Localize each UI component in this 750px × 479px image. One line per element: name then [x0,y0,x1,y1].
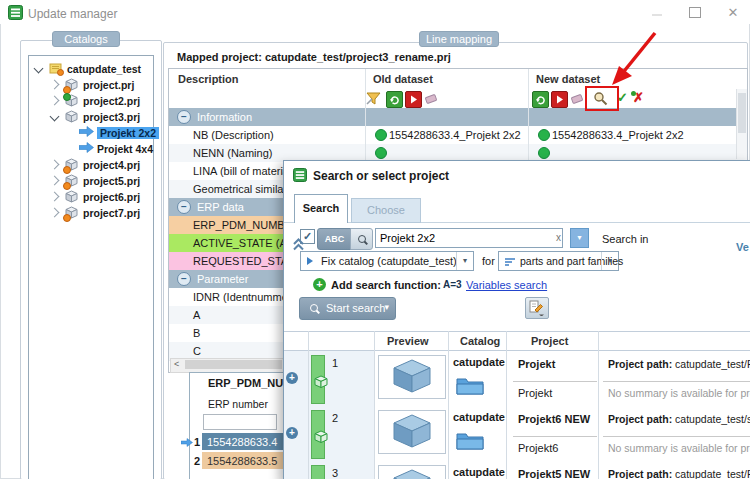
green-cube-icon [314,430,328,443]
tree-item-label[interactable]: project7.prj [83,207,140,219]
result-row-3[interactable]: + 3 catupdate Projekt5 NEW Project path:… [284,461,750,479]
blue-arrow-icon [79,126,94,139]
collapse-minus-icon[interactable]: − [177,110,191,124]
expand-plus-icon[interactable]: + [286,372,298,384]
erp-row-1[interactable]: 1 1554288633.4 [180,433,284,450]
pattern-search-toggle[interactable] [350,228,373,250]
collapse-minus-icon[interactable]: − [177,200,191,214]
tree-item-catupdate-test[interactable]: catupdate_test [29,61,151,77]
tree-item-project5-prj[interactable]: project5.prj [29,173,151,189]
tree-item-label[interactable]: project6.prj [83,191,140,203]
tab-choose[interactable]: Choose [351,198,421,223]
project-cube-icon [65,94,78,109]
maximize-icon[interactable] [689,7,701,18]
erp-row-num: 1 [194,436,200,448]
search-input[interactable] [375,228,563,248]
erp-row-value: 1554288633.4 [207,436,277,448]
search-scope-dropdown[interactable]: parts and part families ▾ [498,251,619,271]
chevron-right-icon[interactable] [50,192,60,202]
chevron-down-icon[interactable]: ▾ [456,252,473,270]
start-search-button[interactable]: Start search ▾ [299,297,396,320]
tree-item-project2-prj[interactable]: project2.prj [29,93,151,109]
eraser-new-icon[interactable] [570,91,585,108]
tree-item-label[interactable]: project4.prj [83,159,140,171]
column-new-dataset[interactable]: New dataset [536,73,600,85]
close-icon[interactable]: ✕ [725,5,741,20]
eraser-old-icon[interactable] [424,91,439,108]
mapping-row-nb[interactable]: NB (Description) 1554288633.4_Projekt 2x… [169,126,747,145]
document-edit-icon [529,300,545,316]
tree-item-label[interactable]: project.prj [83,79,134,91]
chevron-right-icon[interactable] [50,80,60,90]
tree-item-project3-prj[interactable]: project3.prj [29,109,151,125]
tree-item-projekt-4x4[interactable]: Projekt 4x4 [29,141,151,157]
erp-column-header[interactable]: ERP_PDM_NUM [208,377,292,389]
tree-item-label[interactable]: Projekt 4x4 [97,143,153,155]
tree-item-label[interactable]: project5.prj [83,175,140,187]
results-column-catalog[interactable]: Catalog [460,335,500,347]
search-history-dropdown-icon[interactable]: ▼ [570,228,589,248]
erp-row-2[interactable]: 2 1554288633.5 [180,452,284,469]
result-num: 1 [332,357,338,369]
play-old-icon[interactable] [405,91,422,108]
erp-filter-input[interactable] [203,414,277,430]
tree-item-label[interactable]: project3.prj [83,111,140,123]
play-new-icon[interactable] [551,91,568,108]
result-num: 2 [332,412,338,424]
column-divider [448,331,449,479]
tree-item-label[interactable]: project2.prj [83,95,140,107]
preview-thumbnail[interactable] [378,465,446,479]
preview-thumbnail[interactable] [378,355,446,399]
collapse-minus-icon[interactable]: − [177,272,191,286]
tree-item-project-prj[interactable]: project.prj [29,77,151,93]
vertical-scrollbar[interactable] [736,89,747,159]
chevron-right-icon[interactable] [50,160,60,170]
tree-item-label[interactable]: catupdate_test [67,63,141,75]
horizontal-scrollbar[interactable]: < [170,358,285,373]
version-link[interactable]: Ve [736,241,749,253]
scrollbar-thumb[interactable] [185,360,282,369]
clear-search-icon[interactable]: x [556,232,561,243]
erp-row-num: 2 [194,455,200,467]
tree-item-project6-prj[interactable]: project6.prj [29,189,151,205]
tree-item-label-selected[interactable]: Projekt 2x2 [97,127,159,139]
column-divider [506,331,507,479]
column-description[interactable]: Description [178,73,239,85]
results-column-preview[interactable]: Preview [387,335,429,347]
variables-badge-icon: A=3 [443,279,462,290]
magnifier-icon [358,235,366,243]
erp-number-table: ERP_PDM_NUM ERP number 1 1554288633.4 2 … [180,372,284,479]
expand-plus-icon[interactable]: + [286,427,298,439]
result-row-2[interactable]: + 2 catupdate Projekt6 NEW Projekt6 Proj… [284,406,750,462]
filter-icon[interactable] [366,91,381,108]
column-old-dataset[interactable]: Old dataset [373,73,433,85]
chevron-right-icon[interactable] [50,176,60,186]
preview-thumbnail[interactable] [378,410,446,454]
scrollbar-thumb[interactable] [738,93,746,133]
chevron-right-icon[interactable] [50,208,60,218]
tree-item-projekt-2x2[interactable]: Projekt 2x2 [29,125,151,141]
search-settings-button[interactable] [525,297,549,319]
chevron-right-icon[interactable] [50,96,60,106]
chevron-down-icon[interactable] [34,64,44,74]
catalog-scope-dropdown[interactable]: Fix catalog (catupdate_test) ▾ [300,251,474,271]
chevron-down-icon[interactable] [50,112,60,122]
minimize-icon[interactable] [652,14,662,16]
results-column-project[interactable]: Project [531,335,568,347]
tab-search[interactable]: Search [294,194,348,223]
chevron-down-icon[interactable]: ▾ [601,252,618,270]
result-row-1[interactable]: + 1 catupdate Projekt Projekt Project pa… [284,351,750,407]
scroll-left-icon[interactable]: < [174,359,179,369]
tree-item-project4-prj[interactable]: project4.prj [29,157,151,173]
sync-old-icon[interactable] [386,91,403,108]
tree-item-project7-prj[interactable]: project7.prj [29,205,151,221]
section-row-information[interactable]: −Information [169,108,747,127]
abc-text-search-toggle[interactable]: ABC [317,228,352,250]
sync-new-icon[interactable] [532,91,549,108]
collapse-chevrons-icon[interactable] [292,237,305,252]
divider [513,381,597,382]
chevron-down-icon[interactable]: ▾ [384,302,389,312]
status-green-dot [538,147,550,159]
variables-search-link[interactable]: Variables search [466,279,547,291]
add-plus-icon[interactable]: + [313,278,326,291]
